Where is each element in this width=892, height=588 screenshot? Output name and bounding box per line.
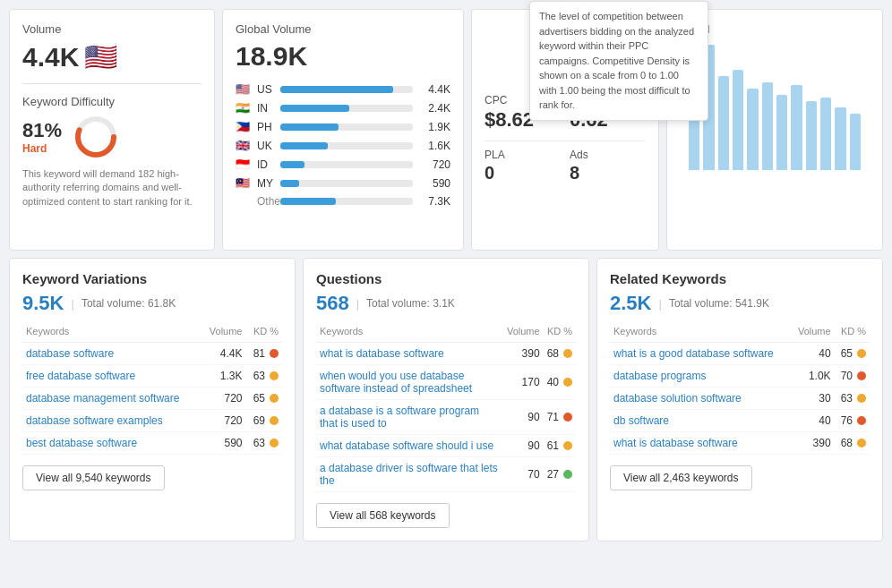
kd-cell: 69: [246, 410, 283, 432]
q-title: Questions: [316, 271, 576, 286]
kd-dot: [270, 394, 279, 403]
kd-description: This keyword will demand 182 high-author…: [22, 167, 202, 209]
bar-background: [280, 142, 413, 149]
volume-cell: 40: [791, 343, 834, 365]
kd-value: 68: [841, 437, 853, 449]
global-volume-value: 18.9K: [236, 41, 450, 72]
bar-background: [280, 180, 413, 187]
kv-count: 9.5K: [22, 292, 64, 315]
kd-cell: 63: [835, 388, 870, 410]
q-col-keywords: Keywords: [316, 322, 503, 343]
keyword-cell[interactable]: free database software: [22, 365, 202, 388]
keyword-cell[interactable]: best database software: [22, 432, 202, 455]
rk-table: Keywords Volume KD % what is a good data…: [610, 322, 870, 455]
kd-dot: [270, 439, 279, 447]
country-code: ID: [257, 158, 277, 171]
kv-view-all-button[interactable]: View all 9,540 keywords: [22, 465, 165, 490]
keyword-cell[interactable]: what database software should i use: [316, 435, 503, 457]
kd-cell: 63: [246, 432, 283, 455]
kd-value: 68: [547, 347, 559, 360]
kd-value: 69: [253, 414, 265, 427]
keyword-cell[interactable]: when would you use database software ins…: [316, 365, 503, 400]
kd-value: 81: [253, 347, 265, 360]
country-flag: 🇬🇧: [236, 139, 253, 152]
rk-col-kd: KD %: [835, 322, 870, 343]
ads-section: Ads 8: [570, 149, 646, 183]
kd-dot: [270, 371, 279, 380]
country-row: 🇮🇩 ID 720: [236, 158, 450, 171]
country-code: US: [257, 83, 277, 96]
kd-donut-svg: [73, 114, 119, 160]
kd-section: 81% Hard: [22, 114, 202, 160]
volume-cell: 170: [503, 365, 544, 400]
q-count: 568: [316, 292, 349, 315]
kd-cell: 65: [246, 388, 283, 410]
kd-cell: 65: [835, 343, 870, 365]
country-row: 🇺🇸 US 4.4K: [236, 82, 450, 96]
questions-card: Questions 568 | Total volume: 3.1K Keywo…: [303, 258, 589, 541]
other-row: Other 7.3K: [236, 195, 450, 208]
bar-fill: [280, 180, 299, 187]
rk-header: 2.5K | Total volume: 541.9K: [610, 292, 870, 315]
table-row: what is database software 390 68: [610, 432, 870, 455]
table-row: database software 4.4K 81: [22, 343, 282, 365]
keyword-cell[interactable]: database solution software: [610, 388, 791, 410]
keyword-cell[interactable]: database software: [22, 343, 202, 365]
kd-dot: [563, 349, 572, 358]
volume-cell: 40: [791, 410, 834, 432]
kd-donut: [73, 114, 119, 160]
kd-dot: [563, 413, 572, 422]
keyword-cell[interactable]: database management software: [22, 388, 202, 410]
table-row: database software examples 720 69: [22, 410, 282, 432]
volume-cell: 720: [202, 410, 246, 432]
keyword-cell[interactable]: a database driver is software that lets …: [316, 457, 503, 492]
kd-value: 65: [253, 392, 265, 405]
keyword-cell[interactable]: what is database software: [610, 432, 791, 455]
trend-bar: [806, 101, 817, 170]
keyword-cell[interactable]: what is database software: [316, 343, 503, 365]
rk-count: 2.5K: [610, 292, 651, 315]
rk-view-all-button[interactable]: View all 2,463 keywords: [610, 465, 752, 490]
bar-background: [280, 161, 413, 168]
kd-dot: [270, 349, 279, 358]
country-value: 2.4K: [416, 102, 450, 115]
bar-fill: [280, 161, 304, 168]
country-code: MY: [257, 177, 277, 190]
kd-value: 40: [547, 376, 559, 388]
global-volume-card: Global Volume 18.9K 🇺🇸 US 4.4K 🇮🇳 IN 2.4…: [222, 9, 464, 251]
keyword-cell[interactable]: database software examples: [22, 410, 202, 432]
kd-dot: [857, 394, 866, 403]
table-row: a database driver is software that lets …: [316, 457, 576, 492]
q-view-all-button[interactable]: View all 568 keywords: [316, 503, 450, 528]
volume-cell: 90: [503, 400, 544, 435]
kd-dot: [563, 441, 572, 450]
kd-value: 63: [841, 392, 853, 405]
keyword-cell[interactable]: a database is a software program that is…: [316, 400, 503, 435]
country-row: 🇬🇧 UK 1.6K: [236, 139, 450, 152]
q-total: Total volume: 3.1K: [366, 297, 455, 310]
tooltip-box: The level of competition between adverti…: [529, 1, 708, 121]
table-row: what is a good database software 40 65: [610, 343, 870, 365]
kd-value: 61: [547, 439, 559, 452]
volume-cell: 390: [503, 343, 544, 365]
kv-total: Total volume: 61.8K: [81, 297, 176, 310]
trend-bar: [791, 85, 802, 170]
keyword-cell[interactable]: db software: [610, 410, 791, 432]
keyword-cell[interactable]: what is a good database software: [610, 343, 791, 365]
rk-total: Total volume: 541.9K: [669, 297, 769, 310]
country-value: 4.4K: [416, 83, 450, 96]
kv-col-volume: Volume: [202, 322, 246, 343]
bar-background: [280, 86, 413, 93]
table-row: what is database software 390 68: [316, 343, 576, 365]
country-code: IN: [257, 102, 277, 115]
keyword-variations-card: Keyword Variations 9.5K | Total volume: …: [9, 258, 296, 541]
country-value: 1.6K: [416, 140, 450, 152]
bar-background: [280, 105, 413, 112]
trend-bar: [747, 89, 758, 170]
country-flag: 🇮🇩: [236, 158, 253, 171]
keyword-cell[interactable]: database programs: [610, 365, 791, 388]
kd-dot: [857, 349, 866, 358]
kd-dot: [857, 439, 866, 447]
volume-cell: 30: [791, 388, 834, 410]
bar-fill: [280, 124, 339, 131]
